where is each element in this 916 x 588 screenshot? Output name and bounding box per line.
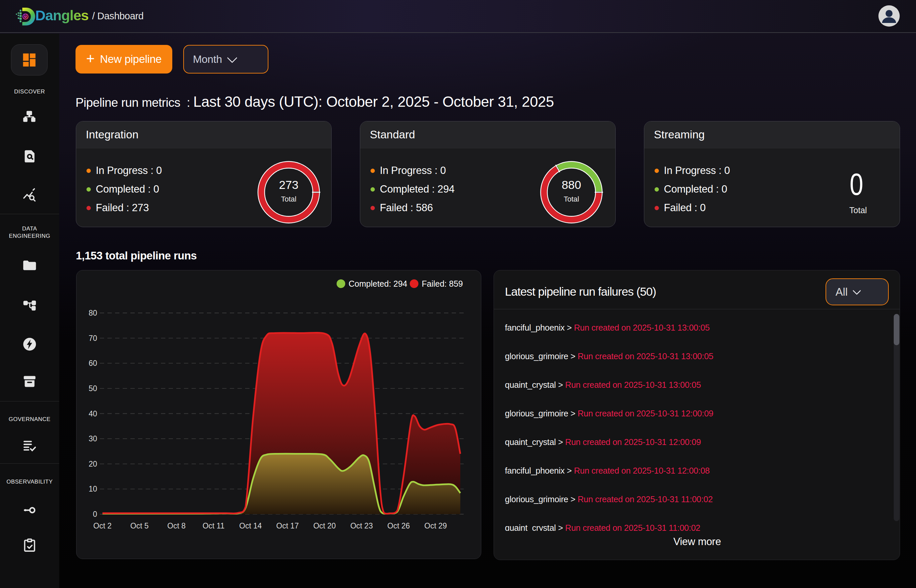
svg-text:Oct 23: Oct 23 (350, 522, 373, 530)
svg-text:40: 40 (89, 409, 97, 418)
svg-text:Oct 20: Oct 20 (313, 522, 336, 530)
svg-text:Oct 11: Oct 11 (202, 522, 225, 530)
svg-text:10: 10 (89, 485, 97, 493)
svg-text:60: 60 (89, 359, 97, 367)
svg-text:Oct 17: Oct 17 (276, 522, 299, 530)
svg-text:Oct 5: Oct 5 (130, 522, 149, 530)
svg-text:70: 70 (89, 334, 97, 342)
svg-text:Failed: 859: Failed: 859 (422, 279, 463, 288)
svg-text:Oct 2: Oct 2 (94, 522, 112, 530)
svg-text:Completed: 294: Completed: 294 (349, 279, 407, 288)
svg-text:Oct 14: Oct 14 (239, 522, 262, 530)
svg-text:0: 0 (93, 510, 97, 519)
svg-text:Oct 8: Oct 8 (167, 522, 186, 530)
svg-text:Oct 29: Oct 29 (425, 522, 447, 530)
svg-text:20: 20 (89, 460, 97, 468)
svg-text:Oct 26: Oct 26 (388, 522, 410, 530)
svg-text:80: 80 (89, 309, 97, 317)
svg-text:30: 30 (89, 435, 97, 443)
svg-text:50: 50 (89, 384, 97, 393)
